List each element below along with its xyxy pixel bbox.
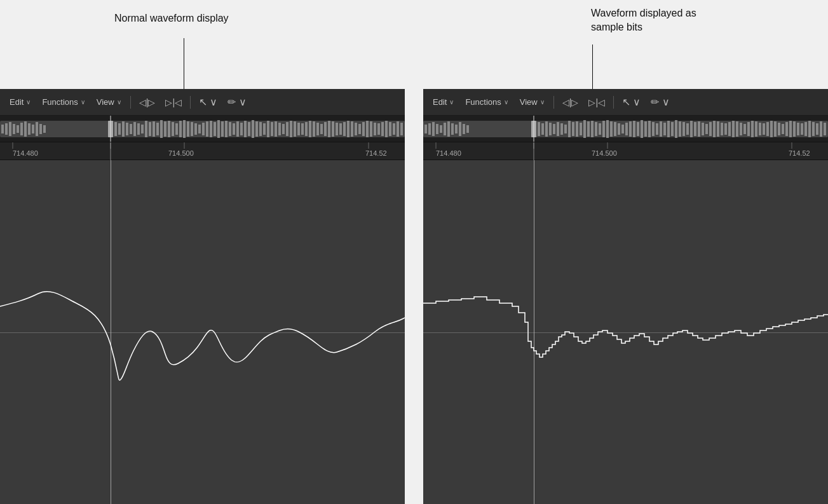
svg-rect-114 bbox=[553, 124, 555, 134]
svg-rect-62 bbox=[297, 123, 300, 135]
svg-rect-161 bbox=[732, 121, 735, 137]
right-cursor-button[interactable]: ↖ ∨ bbox=[618, 94, 644, 110]
svg-rect-171 bbox=[770, 121, 773, 137]
svg-rect-74 bbox=[343, 122, 346, 136]
svg-rect-4 bbox=[13, 124, 15, 134]
svg-rect-155 bbox=[709, 122, 712, 136]
svg-rect-20 bbox=[137, 123, 140, 135]
svg-rect-157 bbox=[717, 121, 719, 137]
left-view-button[interactable]: View ∨ bbox=[92, 95, 126, 109]
svg-rect-174 bbox=[782, 124, 784, 134]
svg-rect-38 bbox=[206, 121, 208, 137]
svg-rect-44 bbox=[229, 122, 231, 136]
left-cursor-button[interactable]: ↖ ∨ bbox=[195, 94, 221, 110]
svg-rect-86 bbox=[389, 122, 391, 136]
right-ruler-ticks bbox=[423, 142, 828, 160]
svg-rect-170 bbox=[766, 122, 769, 136]
svg-rect-23 bbox=[149, 122, 151, 136]
svg-rect-61 bbox=[294, 121, 296, 137]
svg-rect-82 bbox=[374, 123, 376, 135]
svg-rect-149 bbox=[686, 123, 689, 135]
left-edit-button[interactable]: Edit ∨ bbox=[5, 95, 35, 109]
svg-rect-42 bbox=[221, 121, 224, 137]
right-waveform-svg bbox=[423, 160, 828, 498]
svg-rect-122 bbox=[583, 120, 586, 138]
svg-rect-185 bbox=[824, 123, 826, 135]
svg-rect-107 bbox=[463, 124, 465, 134]
svg-rect-9 bbox=[32, 125, 34, 133]
right-divider-1 bbox=[553, 96, 554, 109]
svg-rect-14 bbox=[114, 122, 117, 136]
svg-rect-119 bbox=[572, 122, 574, 136]
right-toolbar: Edit ∨ Functions ∨ View ∨ ◁|▷ ▷|◁ ↖ ∨ ✏ … bbox=[423, 89, 828, 116]
right-annotation: Waveform displayed as sample bits bbox=[591, 6, 696, 35]
svg-rect-115 bbox=[557, 122, 559, 136]
svg-rect-134 bbox=[629, 121, 632, 137]
svg-rect-120 bbox=[576, 121, 578, 137]
svg-rect-130 bbox=[614, 122, 616, 136]
left-in-out-button[interactable]: ◁|▷ bbox=[135, 95, 159, 109]
svg-rect-164 bbox=[743, 124, 746, 134]
svg-rect-117 bbox=[564, 125, 567, 133]
left-annotation-text: Normal waveform display bbox=[114, 13, 229, 24]
svg-rect-147 bbox=[679, 121, 681, 137]
right-view-button[interactable]: View ∨ bbox=[515, 95, 549, 109]
svg-rect-57 bbox=[278, 123, 281, 135]
right-waveform-strip bbox=[423, 116, 828, 142]
svg-rect-98 bbox=[428, 123, 431, 135]
right-functions-label: Functions bbox=[465, 97, 501, 107]
svg-rect-148 bbox=[682, 122, 685, 136]
svg-rect-67 bbox=[316, 123, 319, 135]
svg-rect-123 bbox=[587, 121, 590, 137]
right-functions-button[interactable]: Functions ∨ bbox=[461, 95, 512, 109]
right-in-out-button[interactable]: ◁|▷ bbox=[559, 95, 583, 109]
svg-rect-83 bbox=[377, 123, 380, 135]
svg-rect-84 bbox=[381, 122, 384, 136]
svg-rect-158 bbox=[721, 123, 723, 135]
svg-rect-77 bbox=[355, 123, 357, 135]
svg-rect-178 bbox=[797, 123, 799, 135]
svg-rect-102 bbox=[444, 123, 446, 135]
svg-rect-128 bbox=[606, 120, 609, 138]
left-pencil-button[interactable]: ✏ ∨ bbox=[224, 94, 250, 110]
left-panel: Edit ∨ Functions ∨ View ∨ ◁|▷ ▷|◁ ↖ ∨ ✏ … bbox=[0, 89, 405, 504]
right-edit-button[interactable]: Edit ∨ bbox=[428, 95, 458, 109]
svg-rect-159 bbox=[724, 123, 727, 135]
svg-rect-145 bbox=[671, 122, 674, 136]
svg-rect-135 bbox=[633, 121, 635, 137]
svg-rect-99 bbox=[432, 122, 435, 136]
right-ruler: 714.480 714.500 714.52 bbox=[423, 142, 828, 160]
svg-rect-112 bbox=[545, 121, 548, 137]
svg-rect-129 bbox=[610, 121, 613, 137]
right-annotation-line1: Waveform displayed as bbox=[591, 6, 696, 20]
svg-rect-11 bbox=[39, 124, 42, 134]
right-view-chevron: ∨ bbox=[540, 99, 545, 106]
left-strip-svg bbox=[0, 116, 405, 142]
right-pencil-button[interactable]: ✏ ∨ bbox=[647, 94, 673, 110]
left-snap-button[interactable]: ▷|◁ bbox=[161, 95, 186, 109]
svg-rect-140 bbox=[652, 122, 655, 136]
right-functions-chevron: ∨ bbox=[504, 99, 508, 106]
svg-rect-30 bbox=[175, 123, 178, 135]
left-annotation-line bbox=[184, 38, 184, 90]
right-snap-button[interactable]: ▷|◁ bbox=[585, 95, 609, 109]
svg-rect-40 bbox=[214, 122, 216, 136]
svg-rect-184 bbox=[820, 121, 822, 137]
right-divider-2 bbox=[613, 96, 614, 109]
right-view-label: View bbox=[520, 97, 538, 107]
svg-rect-41 bbox=[217, 120, 220, 138]
svg-rect-56 bbox=[275, 121, 277, 137]
svg-rect-54 bbox=[267, 121, 269, 137]
svg-rect-141 bbox=[656, 123, 658, 135]
left-ruler: 714.480 714.500 714.52 bbox=[0, 142, 405, 160]
svg-rect-79 bbox=[362, 122, 365, 136]
svg-rect-150 bbox=[690, 121, 693, 137]
svg-rect-18 bbox=[130, 124, 132, 134]
panel-gap bbox=[405, 89, 423, 504]
svg-rect-73 bbox=[339, 123, 342, 135]
left-functions-button[interactable]: Functions ∨ bbox=[37, 95, 89, 109]
svg-rect-176 bbox=[789, 121, 792, 137]
svg-rect-85 bbox=[385, 121, 388, 137]
left-main-waveform bbox=[0, 160, 405, 504]
svg-rect-17 bbox=[126, 123, 128, 135]
